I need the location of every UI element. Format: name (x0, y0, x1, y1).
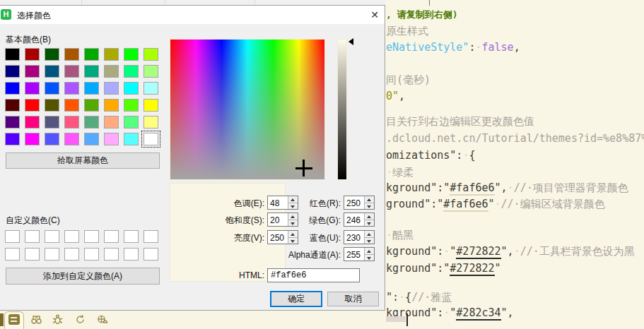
picker-crosshair[interactable] (295, 160, 312, 177)
custom-color-swatch[interactable] (144, 248, 158, 261)
custom-color-swatch[interactable] (124, 248, 139, 261)
basic-color-swatch[interactable] (144, 133, 158, 145)
horizontal-scrollbar[interactable] (386, 316, 406, 322)
color-value-link[interactable]: #272822 (456, 245, 500, 259)
custom-color-swatch[interactable] (25, 230, 40, 243)
basic-color-swatch[interactable] (104, 48, 119, 61)
spin-down-icon[interactable] (365, 220, 374, 227)
html-color-input[interactable] (267, 268, 360, 282)
basic-color-swatch[interactable] (5, 82, 20, 95)
basic-color-swatch[interactable] (84, 133, 99, 145)
basic-color-swatch[interactable] (64, 82, 79, 95)
custom-color-swatch[interactable] (45, 230, 59, 243)
basic-color-swatch[interactable] (5, 133, 20, 145)
basic-color-swatch[interactable] (25, 65, 40, 78)
custom-color-swatch[interactable] (25, 248, 40, 261)
preview-browser-icon[interactable] (96, 313, 108, 325)
basic-color-swatch[interactable] (144, 99, 158, 112)
color-value-link[interactable]: #282c34 (456, 306, 500, 321)
basic-color-swatch[interactable] (45, 48, 59, 61)
basic-color-swatch[interactable] (104, 99, 119, 112)
custom-color-swatch[interactable] (84, 230, 99, 243)
basic-color-swatch[interactable] (64, 99, 79, 112)
spin-up-icon[interactable] (365, 248, 374, 255)
basic-color-swatch[interactable] (84, 116, 99, 128)
custom-color-swatch[interactable] (5, 230, 20, 243)
add-custom-color-button[interactable]: 添加到自定义颜色(A) (6, 268, 160, 285)
green-spinbox[interactable]: 246 (344, 213, 375, 227)
basic-color-swatch[interactable] (124, 48, 139, 61)
console-tab[interactable] (4, 311, 24, 329)
basic-color-swatch[interactable] (124, 133, 139, 145)
custom-color-swatch[interactable] (45, 248, 59, 261)
value-slider[interactable] (337, 39, 347, 180)
basic-color-swatch[interactable] (84, 99, 99, 112)
basic-color-swatch[interactable] (104, 82, 119, 95)
custom-color-swatch[interactable] (84, 248, 99, 261)
basic-color-swatch[interactable] (124, 99, 139, 112)
search-icon[interactable] (30, 313, 42, 325)
custom-color-swatch[interactable] (144, 230, 158, 243)
color-value-link[interactable]: #faf6e6 (450, 181, 494, 196)
custom-color-swatch[interactable] (104, 230, 119, 243)
dialog-title: 选择颜色 (17, 10, 51, 22)
basic-color-swatch[interactable] (25, 133, 40, 145)
pick-screen-color-button[interactable]: 拾取屏幕颜色 (6, 152, 160, 169)
custom-color-swatch[interactable] (64, 248, 79, 261)
basic-color-swatch[interactable] (144, 82, 158, 95)
hue-sat-picker[interactable] (170, 39, 325, 180)
basic-color-swatch[interactable] (5, 65, 20, 78)
basic-color-swatch[interactable] (84, 48, 99, 61)
basic-color-swatch[interactable] (124, 65, 139, 78)
custom-color-swatch[interactable] (104, 248, 119, 261)
color-value-link[interactable]: #272822 (450, 262, 494, 276)
custom-color-swatch[interactable] (64, 230, 79, 243)
ok-button[interactable]: 确定 (270, 291, 322, 307)
custom-color-swatch[interactable] (124, 230, 139, 243)
basic-color-swatch[interactable] (45, 82, 59, 95)
basic-color-swatch[interactable] (104, 116, 119, 128)
basic-color-swatch[interactable] (45, 116, 59, 128)
basic-color-swatch[interactable] (25, 99, 40, 112)
spin-down-icon[interactable] (365, 238, 374, 244)
spin-up-icon[interactable] (365, 231, 374, 238)
basic-color-swatch[interactable] (144, 48, 158, 61)
basic-color-swatch[interactable] (64, 65, 79, 78)
basic-color-swatch[interactable] (104, 65, 119, 78)
basic-color-swatch[interactable] (25, 82, 40, 95)
basic-color-swatch[interactable] (45, 65, 59, 78)
color-value-link[interactable]: #faf6e6 (443, 198, 488, 212)
basic-color-swatch[interactable] (5, 48, 20, 61)
basic-color-swatch[interactable] (144, 65, 158, 78)
basic-color-swatch[interactable] (64, 48, 79, 61)
alpha-spinbox[interactable]: 255 (344, 247, 375, 261)
close-icon[interactable]: ✕ (368, 8, 382, 22)
basic-color-swatch[interactable] (45, 133, 59, 145)
blue-spinbox[interactable]: 230 (344, 230, 375, 244)
basic-color-swatch[interactable] (25, 48, 40, 61)
basic-color-swatch[interactable] (104, 133, 119, 145)
basic-color-swatch[interactable] (124, 82, 139, 95)
custom-color-swatch[interactable] (5, 248, 20, 261)
basic-color-swatch[interactable] (124, 116, 139, 128)
spin-down-icon[interactable] (365, 203, 374, 210)
debug-icon[interactable] (52, 313, 64, 325)
basic-color-swatch[interactable] (144, 116, 158, 128)
basic-color-swatch[interactable] (25, 116, 40, 128)
dialog-titlebar[interactable]: H 选择颜色 ✕ (0, 6, 385, 24)
basic-color-swatch[interactable] (5, 116, 20, 128)
code-line: kground":"#272822" (386, 262, 501, 275)
cancel-button[interactable]: 取消 (327, 292, 379, 306)
spin-down-icon[interactable] (365, 255, 374, 261)
refresh-icon[interactable] (74, 313, 86, 325)
basic-color-swatch[interactable] (5, 99, 20, 112)
value-slider-handle[interactable] (349, 38, 353, 45)
basic-color-swatch[interactable] (64, 116, 79, 128)
basic-color-swatch[interactable] (45, 99, 59, 112)
basic-color-swatch[interactable] (84, 65, 99, 78)
red-spinbox[interactable]: 250 (344, 196, 375, 210)
basic-color-swatch[interactable] (84, 82, 99, 95)
spin-up-icon[interactable] (365, 213, 374, 220)
basic-color-swatch[interactable] (64, 133, 79, 145)
spin-up-icon[interactable] (365, 196, 374, 203)
